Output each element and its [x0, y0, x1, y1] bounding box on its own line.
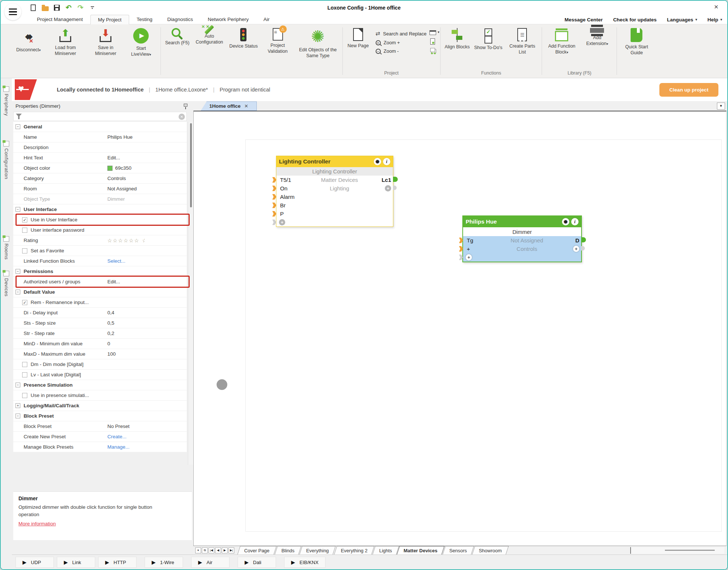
- page-tab-everything-2[interactable]: Everything 2: [334, 546, 375, 555]
- add-extension-button[interactable]: Add Extension▾: [579, 27, 615, 47]
- expander-icon[interactable]: −: [15, 414, 20, 418]
- property-value[interactable]: Create...: [107, 434, 185, 439]
- properties-scrollbar[interactable]: [188, 122, 193, 465]
- property-row-str-step-rate[interactable]: Str - Step rate0,2: [13, 328, 187, 339]
- monitor-eib-knx[interactable]: ▶EIB/KNX: [284, 557, 325, 568]
- property-value[interactable]: Philips Hue: [107, 134, 185, 140]
- property-value[interactable]: Controls: [107, 176, 185, 181]
- document-tab[interactable]: 1Home office ✕: [201, 101, 257, 111]
- monitor-dali[interactable]: ▶Dali: [238, 557, 276, 568]
- section-block-preset[interactable]: −Block Preset: [13, 411, 187, 421]
- function-block-lighting-controller[interactable]: Lighting Controller i Lighting Controlle…: [276, 156, 393, 227]
- property-value[interactable]: 0,5: [107, 320, 185, 326]
- block-input-row[interactable]: On: [276, 184, 310, 193]
- tab-dropdown-button[interactable]: ▼: [717, 103, 725, 110]
- block-input-row[interactable]: Alarm: [276, 193, 310, 201]
- add-input-row[interactable]: +: [276, 218, 393, 227]
- properties-filter-bar[interactable]: [13, 112, 187, 121]
- create-parts-list-button[interactable]: Create Parts List: [504, 27, 540, 55]
- property-row-set-as-favorite[interactable]: Set as Favorite: [13, 246, 187, 256]
- rating-stars[interactable]: ☆☆☆☆☆☆☆: [107, 238, 185, 243]
- property-value[interactable]: Edit...: [107, 155, 185, 160]
- property-row-dm-dim-mode-digital[interactable]: Dm - Dim mode [Digital]: [13, 359, 187, 370]
- page-tab-cover-page[interactable]: Cover Page: [237, 546, 276, 555]
- tab-diagnostics[interactable]: Diagnostics: [160, 15, 200, 24]
- property-value[interactable]: 0,2: [107, 331, 185, 336]
- property-row-rating[interactable]: Rating☆☆☆☆☆☆☆: [13, 235, 187, 246]
- property-row-object-color[interactable]: Object color69c350: [13, 163, 187, 173]
- property-value[interactable]: Dimmer: [107, 196, 185, 202]
- checkbox[interactable]: [22, 228, 27, 233]
- monitor-link[interactable]: ▶Link: [57, 557, 95, 568]
- block-input-row[interactable]: T5/1: [276, 176, 310, 184]
- start-liveview-button[interactable]: Start LiveView▾: [123, 27, 159, 58]
- menu-item-languages[interactable]: Languages▾: [667, 17, 697, 23]
- function-block-philips-hue[interactable]: Philips Hue i Dimmer Tg +: [462, 215, 582, 262]
- minimize-button[interactable]: [676, 1, 692, 13]
- property-value[interactable]: Select...: [107, 258, 185, 264]
- monitor-1-wire[interactable]: ▶1-Wire: [145, 557, 183, 568]
- checkbox[interactable]: [22, 393, 27, 398]
- copy-pages-icon[interactable]: [430, 48, 435, 52]
- property-value[interactable]: 100: [107, 351, 185, 357]
- horizontal-scrollbar[interactable]: [630, 547, 724, 554]
- section-general[interactable]: −General: [13, 122, 187, 132]
- section-permissions[interactable]: −Permissions: [13, 266, 187, 277]
- expander-icon[interactable]: −: [15, 269, 20, 274]
- tab-network-periphery[interactable]: Network Periphery: [200, 15, 256, 24]
- expander-icon[interactable]: −: [15, 290, 20, 294]
- property-row-room[interactable]: RoomNot Assigned: [13, 184, 187, 194]
- load-from-miniserver-button[interactable]: Load from Miniserver: [43, 27, 88, 57]
- property-value[interactable]: 0,4: [107, 310, 185, 315]
- checkbox[interactable]: ✓: [22, 217, 27, 222]
- page-tab-sensors[interactable]: Sensors: [443, 546, 474, 555]
- color-swatch[interactable]: [107, 166, 113, 171]
- property-value[interactable]: No Preset: [107, 424, 185, 429]
- menu-item-help[interactable]: Help▾: [707, 17, 722, 23]
- add-input-icon[interactable]: +: [279, 219, 285, 225]
- property-row-block-preset[interactable]: Block PresetNo Preset: [13, 421, 187, 432]
- scrollbar-thumb[interactable]: [665, 550, 715, 551]
- property-row-use-in-presence-simulati[interactable]: Use in presence simulati...: [13, 390, 187, 401]
- monitor-air[interactable]: ▶Air: [191, 557, 230, 568]
- sidebar-tab-periphery[interactable]: Periphery: [1, 86, 12, 116]
- input-label[interactable]: Br: [280, 202, 286, 208]
- window-select-icon[interactable]: [429, 30, 436, 35]
- previous-page-button[interactable]: ◀: [215, 547, 221, 553]
- drawing-canvas[interactable]: Lighting Controller i Lighting Controlle…: [193, 111, 727, 546]
- output-label[interactable]: Lc1: [376, 176, 391, 184]
- property-row-category[interactable]: CategoryControls: [13, 173, 187, 184]
- property-row-rem-remanence-input[interactable]: ✓Rem - Remanence input...: [13, 297, 187, 308]
- property-value[interactable]: Not Assigned: [107, 186, 185, 191]
- block-settings-gear-icon[interactable]: [374, 158, 381, 165]
- block-info-icon[interactable]: i: [383, 158, 390, 165]
- menu-item-message-center[interactable]: Message Center: [565, 17, 603, 23]
- close-button[interactable]: ✕: [708, 1, 724, 13]
- section-logging-mail-call-track[interactable]: +Logging/Mail/Call/Track: [13, 401, 187, 411]
- block-input-row[interactable]: Br: [276, 201, 310, 210]
- clean-up-project-button[interactable]: Clean up project: [659, 83, 718, 97]
- checkbox[interactable]: [22, 248, 27, 253]
- input-label[interactable]: T5/1: [280, 177, 291, 183]
- expander-icon[interactable]: +: [15, 403, 20, 408]
- input-label[interactable]: Tg: [467, 237, 473, 243]
- quick-start-guide-button[interactable]: Quick Start Guide: [619, 27, 654, 56]
- block-input-row[interactable]: Tg: [463, 236, 496, 245]
- property-row-name[interactable]: NamePhilips Hue: [13, 132, 187, 142]
- block-input-row[interactable]: +: [463, 245, 496, 253]
- checkbox[interactable]: [22, 362, 27, 367]
- block-info-icon[interactable]: i: [571, 218, 579, 225]
- block-header[interactable]: Lighting Controller i: [276, 156, 393, 167]
- page-green-icon[interactable]: [430, 38, 435, 45]
- clear-filter-icon[interactable]: [179, 114, 185, 120]
- add-output-icon[interactable]: +: [385, 185, 391, 191]
- input-label[interactable]: Alarm: [280, 194, 294, 200]
- property-row-mind-minimum-dim-value[interactable]: MinD - Minimum dim value0: [13, 339, 187, 349]
- input-label[interactable]: +: [467, 246, 470, 252]
- property-row-sts-step-size[interactable]: Sts - Step size0,5: [13, 318, 187, 328]
- hamburger-menu-button[interactable]: [4, 3, 21, 20]
- canvas-grey-dot[interactable]: [217, 379, 227, 390]
- block-settings-gear-icon[interactable]: [562, 218, 569, 225]
- property-row-manage-block-presets[interactable]: Manage Block PresetsManage...: [13, 442, 187, 452]
- health-heart-icon[interactable]: [15, 79, 37, 100]
